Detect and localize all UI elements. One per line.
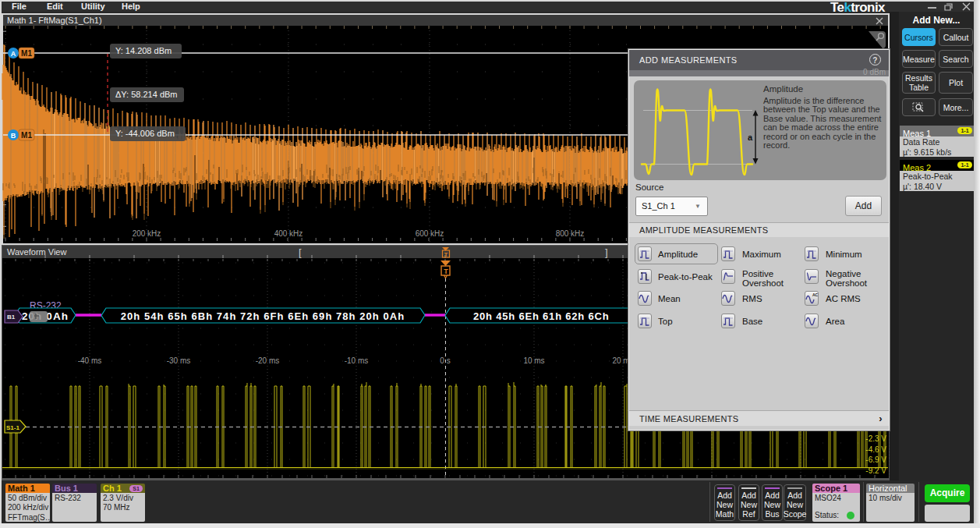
svg-text:20h 54h 65h 6Bh 74h 72h 6Fh 6E: 20h 54h 65h 6Bh 74h 72h 6Fh 6Eh 69h 78h …: [121, 310, 405, 322]
svg-text:B1: B1: [7, 314, 16, 321]
svg-text:Y: 14.208 dBm: Y: 14.208 dBm: [115, 46, 172, 55]
svg-text:400 kHz: 400 kHz: [274, 229, 303, 238]
svg-text:20h 45h 6Eh 61h 62h 6Ch: 20h 45h 6Eh 61h 62h 6Ch: [473, 310, 609, 322]
svg-text:-2.3 V: -2.3 V: [865, 434, 886, 443]
svg-text:M1: M1: [21, 49, 32, 58]
svg-text:T: T: [444, 251, 448, 258]
svg-text:800 kHz: 800 kHz: [556, 229, 585, 238]
svg-text:A: A: [11, 50, 16, 58]
svg-text:ΔY: 58.214 dBm: ΔY: 58.214 dBm: [115, 90, 178, 99]
svg-text:200 kHz: 200 kHz: [133, 229, 161, 238]
svg-text:S1-1: S1-1: [6, 424, 19, 431]
svg-text:Math 1- FftMag(S1_Ch1): Math 1- FftMag(S1_Ch1): [7, 16, 102, 25]
svg-text:M1: M1: [21, 131, 32, 140]
svg-text:T: T: [444, 268, 448, 275]
svg-text:-9.2 V: -9.2 V: [865, 466, 886, 475]
svg-text:600 kHz: 600 kHz: [416, 229, 444, 238]
svg-text:[: [: [299, 246, 302, 258]
svg-text:]: ]: [605, 246, 608, 258]
svg-text:-4.6 V: -4.6 V: [865, 445, 886, 454]
svg-text:a: a: [748, 133, 753, 142]
svg-text:B: B: [11, 132, 16, 140]
svg-text:Waveform View: Waveform View: [7, 247, 66, 257]
svg-text:AC: AC: [812, 292, 818, 297]
svg-text:-10 ms: -10 ms: [345, 356, 369, 365]
svg-text:-30 ms: -30 ms: [167, 356, 191, 365]
svg-text:10 ms: 10 ms: [523, 356, 544, 365]
svg-text:-40 ms: -40 ms: [78, 356, 102, 365]
svg-text:Y: -44.006 dBm: Y: -44.006 dBm: [115, 129, 175, 138]
svg-text:-6.9 V: -6.9 V: [865, 455, 886, 464]
svg-text:-20 ms: -20 ms: [256, 356, 280, 365]
